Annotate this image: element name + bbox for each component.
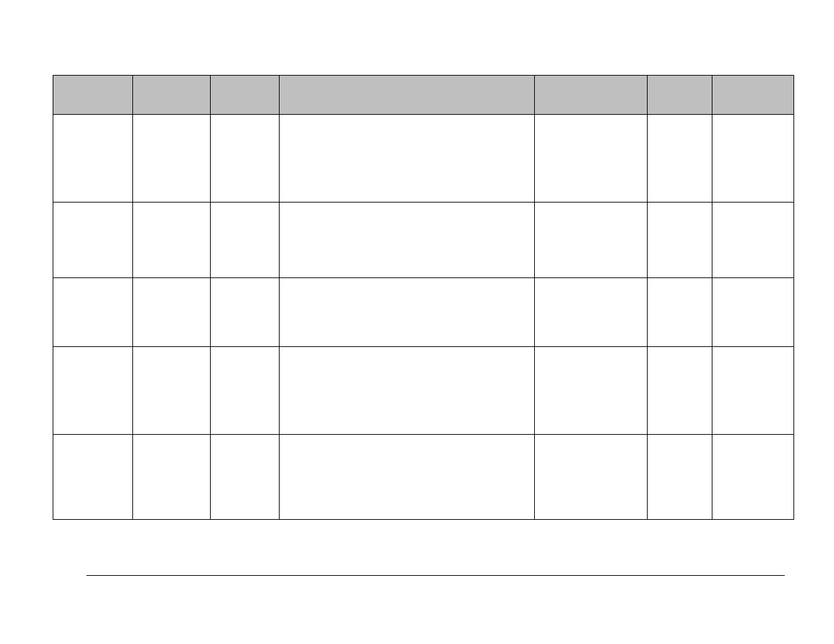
- table-header: [53, 76, 133, 115]
- table-row: [53, 347, 794, 435]
- table-header: [133, 76, 211, 115]
- table-cell: [133, 115, 211, 203]
- table-cell: [280, 203, 535, 278]
- table-cell: [53, 347, 133, 435]
- table-cell: [211, 115, 280, 203]
- table-cell: [133, 278, 211, 347]
- table-cell: [712, 115, 794, 203]
- table-cell: [535, 347, 648, 435]
- table-cell: [280, 115, 535, 203]
- table-cell: [648, 203, 712, 278]
- table-cell: [712, 203, 794, 278]
- table-header: [648, 76, 712, 115]
- table-cell: [535, 115, 648, 203]
- table-cell: [648, 435, 712, 520]
- table-cell: [648, 278, 712, 347]
- table-cell: [280, 278, 535, 347]
- table-cell: [712, 347, 794, 435]
- table-cell: [535, 203, 648, 278]
- table-cell: [211, 203, 280, 278]
- table-row: [53, 203, 794, 278]
- table-row: [53, 115, 794, 203]
- table-cell: [535, 278, 648, 347]
- table-cell: [53, 203, 133, 278]
- table-cell: [280, 347, 535, 435]
- table-cell: [133, 435, 211, 520]
- table-header-row: [53, 76, 794, 115]
- table-header: [211, 76, 280, 115]
- table-cell: [280, 435, 535, 520]
- table-cell: [211, 347, 280, 435]
- table-header: [280, 76, 535, 115]
- data-table: [53, 75, 794, 520]
- page: [0, 0, 834, 644]
- table-cell: [133, 203, 211, 278]
- table-cell: [712, 435, 794, 520]
- table-row: [53, 278, 794, 347]
- table-header: [535, 76, 648, 115]
- table-cell: [53, 278, 133, 347]
- table-cell: [53, 115, 133, 203]
- table-header: [712, 76, 794, 115]
- table-cell: [712, 278, 794, 347]
- table-cell: [133, 347, 211, 435]
- table-cell: [53, 435, 133, 520]
- table-row: [53, 435, 794, 520]
- table-cell: [535, 435, 648, 520]
- table-cell: [648, 347, 712, 435]
- table-cell: [211, 278, 280, 347]
- table-cell: [211, 435, 280, 520]
- horizontal-rule: [86, 575, 785, 576]
- table-cell: [648, 115, 712, 203]
